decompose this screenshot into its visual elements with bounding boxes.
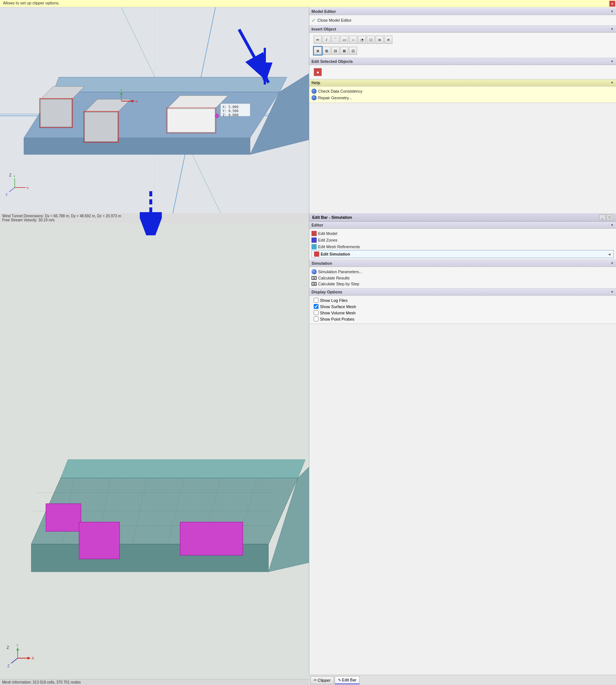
edit-zones-label: Edit Zones xyxy=(318,238,338,242)
panel-float-btn[interactable]: □ xyxy=(606,214,613,220)
active-indicator: ◄ xyxy=(608,252,611,256)
show-surface-mesh-label: Show Surface Mesh xyxy=(320,304,356,309)
line-icon: / xyxy=(326,38,327,42)
calc-results-row[interactable]: ⊞ Calculate Results xyxy=(311,275,614,281)
sim-params-icon xyxy=(311,269,317,274)
repair-geometry-row[interactable]: Repair Geometry... xyxy=(311,94,614,101)
check-icon: ✓ xyxy=(311,17,316,23)
show-point-probes-row[interactable]: Show Point Probes xyxy=(311,316,614,322)
help-header[interactable]: Help ▼ xyxy=(309,79,616,86)
editor-section-header[interactable]: Editor ▼ xyxy=(309,222,616,229)
display-options-header[interactable]: Display Options ▼ xyxy=(309,289,616,296)
show-surface-mesh-row[interactable]: Show Surface Mesh xyxy=(311,303,614,310)
info-line1: Wind Tunnel Dimensions: Dx = 66.788 m, D… xyxy=(2,214,307,218)
check-consistency-label: Check Data Consistency xyxy=(318,89,362,93)
collapse-arrow: ▼ xyxy=(610,10,614,13)
svg-text:X: X xyxy=(135,100,138,103)
svg-text:Z: Z xyxy=(9,173,11,177)
insert-btn-5[interactable]: ○ xyxy=(349,36,357,44)
svg-rect-14 xyxy=(85,112,118,142)
edit-mesh-row[interactable]: Edit Mesh Refinements xyxy=(311,243,614,250)
editor-body: Edit Model Edit Zones Edit Mesh Refineme… xyxy=(309,229,616,260)
panel-controls: _ □ xyxy=(599,214,613,220)
insert-btn-6[interactable]: ◔ xyxy=(358,36,366,44)
insert-btn-2[interactable]: / xyxy=(323,36,331,44)
insert-btn-7[interactable]: ⬡ xyxy=(367,36,375,44)
insert-btn-14[interactable]: ⊡ xyxy=(349,47,357,55)
edit-selected-collapse: ▼ xyxy=(610,60,614,63)
show-point-probes-label: Show Point Probes xyxy=(320,317,355,321)
svg-rect-12 xyxy=(40,99,72,127)
insert-btn-3[interactable]: ⌒ xyxy=(331,36,339,44)
close-panel-button[interactable]: × xyxy=(609,1,615,7)
sim-params-row[interactable]: Simulation Parameters... xyxy=(311,268,614,275)
globe-icon-2 xyxy=(311,95,317,100)
top-viewport[interactable]: X Y Z Z X Y X: xyxy=(0,0,309,213)
snap-icon: ⊕ xyxy=(316,49,319,53)
show-volume-mesh-row[interactable]: Show Volume Mesh xyxy=(311,310,614,316)
edit-btn-1[interactable]: ■ xyxy=(314,68,322,76)
help-body: Check Data Consistency Repair Geometry..… xyxy=(309,86,616,103)
edit-model-icon xyxy=(311,231,317,236)
insert-btn-11[interactable]: ⊞ xyxy=(323,47,331,55)
show-log-checkbox[interactable] xyxy=(314,298,318,303)
edit-simulation-row[interactable]: Edit Simulation ◄ xyxy=(311,250,614,258)
svg-point-34 xyxy=(215,114,219,118)
insert-object-header[interactable]: Insert Object ▼ xyxy=(309,26,616,33)
show-point-probes-checkbox[interactable] xyxy=(314,317,318,321)
align-icon: ⊡ xyxy=(352,49,355,53)
main-container: X Y Z Z X Y X: xyxy=(0,0,616,685)
svg-rect-60 xyxy=(79,522,120,559)
globe-icon-1 xyxy=(311,89,317,94)
insert-btn-9[interactable]: ✕ xyxy=(384,36,392,44)
show-volume-mesh-checkbox[interactable] xyxy=(314,310,318,315)
edit-selected-section: Edit Selected Objects ▼ ■ xyxy=(309,58,616,79)
show-log-row[interactable]: Show Log Files xyxy=(311,297,614,303)
curve-icon: ⌒ xyxy=(334,37,337,42)
close-model-editor-row[interactable]: ✓ Close Model Editor xyxy=(311,17,614,24)
clipper-tab-icon: ✂ xyxy=(314,678,317,682)
editor-collapse: ▼ xyxy=(610,223,614,227)
close-icon: × xyxy=(611,2,613,6)
show-surface-mesh-checkbox[interactable] xyxy=(314,304,318,309)
insert-btn-1[interactable]: ✏ xyxy=(314,36,322,44)
edit-selected-label: Edit Selected Objects xyxy=(311,59,353,64)
svg-text:X: X xyxy=(32,656,34,660)
simulation-body: Simulation Parameters... ⊞ Calculate Res… xyxy=(309,267,616,288)
svg-text:Z: Z xyxy=(7,645,9,650)
edit-model-row[interactable]: Edit Model xyxy=(311,230,614,237)
edit-bar-tab[interactable]: ✎ Edit Bar xyxy=(335,676,360,684)
insert-btn-4[interactable]: ▭ xyxy=(340,36,348,44)
insert-btn-12[interactable]: ⊟ xyxy=(331,47,339,55)
svg-text:X: 5.000: X: 5.000 xyxy=(222,105,238,109)
svg-marker-9 xyxy=(24,138,250,154)
svg-text:Y: Y xyxy=(120,88,122,92)
display-options-body: Show Log Files Show Surface Mesh Show Vo… xyxy=(309,296,616,324)
insert-btn-13[interactable]: ⊠ xyxy=(340,47,348,55)
show-volume-mesh-label: Show Volume Mesh xyxy=(320,311,356,315)
measure-icon: ⊠ xyxy=(343,49,346,53)
svg-rect-16 xyxy=(167,108,215,132)
layers-icon: ⊟ xyxy=(334,49,337,53)
calc-step-row[interactable]: ⊞ Calculate Step by Step xyxy=(311,281,614,287)
insert-btn-8[interactable]: ≋ xyxy=(375,36,384,44)
edit-zones-icon xyxy=(311,238,317,243)
svg-text:Z: 0.000: Z: 0.000 xyxy=(222,113,238,117)
edit-zones-row[interactable]: Edit Zones xyxy=(311,237,614,243)
panel-minimize-btn[interactable]: _ xyxy=(599,214,606,220)
grid-icon: ⊞ xyxy=(325,49,328,53)
model-editor-label: Model Editor xyxy=(311,9,336,14)
edit-simulation-label: Edit Simulation xyxy=(321,252,350,256)
show-log-label: Show Log Files xyxy=(320,298,348,303)
edit-selected-header[interactable]: Edit Selected Objects ▼ xyxy=(309,58,616,65)
model-editor-body: ✓ Close Model Editor xyxy=(309,15,616,25)
simulation-label: Simulation xyxy=(311,261,332,265)
check-consistency-row[interactable]: Check Data Consistency xyxy=(311,88,614,94)
insert-btn-10[interactable]: ⊕ xyxy=(314,47,322,55)
bottom-viewport[interactable]: Wind Tunnel Dimensions: Dx = 66.788 m, D… xyxy=(0,213,309,685)
simulation-section-header[interactable]: Simulation ▼ xyxy=(309,260,616,267)
pencil-icon: ✏ xyxy=(316,38,319,42)
clipper-tab[interactable]: ✂ Clipper xyxy=(310,676,334,684)
insert-toolbar-row1: ✏ / ⌒ ▭ ○ ◔ ⬡ ≋ ✕ xyxy=(311,34,614,45)
model-editor-header[interactable]: Model Editor ▼ xyxy=(309,8,616,15)
